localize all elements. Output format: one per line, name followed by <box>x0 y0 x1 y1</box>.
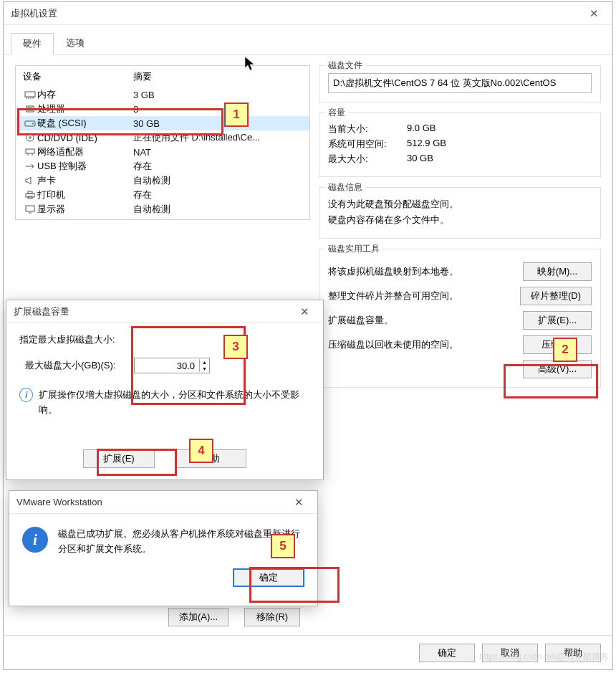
tabs: 硬件 选项 <box>4 25 612 55</box>
defrag-button[interactable]: 碎片整理(D) <box>520 287 592 305</box>
disk-info-line: 硬盘内容存储在多个文件中。 <box>328 214 592 226</box>
sound-icon <box>23 176 37 186</box>
hw-name: 内存 <box>37 88 133 101</box>
group-disk-info: 磁盘信息 没有为此硬盘预分配磁盘空间。 硬盘内容存储在多个文件中。 <box>319 187 601 239</box>
usb-icon <box>23 161 37 171</box>
hardware-row-net[interactable]: 网络适配器NAT <box>16 145 309 159</box>
col-device: 设备 <box>23 70 133 83</box>
hardware-row-display[interactable]: 显示器自动检测 <box>16 202 309 216</box>
titlebar: 虚拟机设置 ✕ <box>4 2 612 25</box>
hw-name: 网络适配器 <box>37 145 133 158</box>
group-title: 磁盘实用工具 <box>325 243 382 255</box>
add-button[interactable]: 添加(A)... <box>168 608 228 626</box>
hw-name: USB 控制器 <box>37 160 133 173</box>
svg-rect-0 <box>25 92 35 97</box>
callout-2: 2 <box>553 338 577 362</box>
group-title: 容量 <box>325 107 348 119</box>
dialog-title: 扩展磁盘容量 <box>14 305 293 318</box>
titlebar: 扩展磁盘容量 ✕ <box>6 300 323 323</box>
disk-file-field[interactable]: D:\虚拟机文件\CentOS 7 64 位 英文版No.002\CentOS <box>328 73 592 93</box>
memory-icon <box>23 90 37 100</box>
display-icon <box>23 204 37 214</box>
network-icon <box>23 147 37 157</box>
disk-info-line: 没有为此硬盘预分配磁盘空间。 <box>328 198 592 211</box>
hardware-row-usb[interactable]: USB 控制器存在 <box>16 159 309 173</box>
free-space-label: 系统可用空间: <box>328 138 407 151</box>
hw-name: 声卡 <box>37 174 133 187</box>
message-text: 磁盘已成功扩展。您必须从客户机操作系统对磁盘重新进行分区和扩展文件系统。 <box>58 527 304 557</box>
defrag-desc: 整理文件碎片并整合可用空间。 <box>328 290 520 302</box>
svg-rect-15 <box>28 191 32 194</box>
dialog-buttons: 确定 取消 帮助 <box>4 635 612 669</box>
hardware-row-sound[interactable]: 声卡自动检测 <box>16 173 309 188</box>
svg-rect-17 <box>26 206 34 211</box>
tab-options[interactable]: 选项 <box>54 32 97 54</box>
hardware-row-memory[interactable]: 内存3 GB <box>16 87 309 102</box>
current-size-value: 9.0 GB <box>407 123 435 135</box>
remove-button[interactable]: 移除(R) <box>244 608 300 626</box>
map-desc: 将该虚拟机磁盘映射到本地卷。 <box>328 265 523 278</box>
hw-name: 打印机 <box>37 188 133 201</box>
hw-summary: 存在 <box>133 160 302 173</box>
expand-button[interactable]: 扩展(E)... <box>523 311 592 330</box>
close-icon[interactable]: ✕ <box>287 496 310 509</box>
hw-summary: 自动检测 <box>133 203 302 216</box>
hw-summary: 自动检测 <box>133 174 302 187</box>
callout-1: 1 <box>224 102 249 127</box>
compact-desc: 压缩磁盘以回收未使用的空间。 <box>328 338 523 351</box>
current-size-label: 当前大小: <box>328 123 407 135</box>
map-button[interactable]: 映射(M)... <box>523 262 592 281</box>
max-size-label: 最大磁盘大小(GB)(S): <box>19 359 134 372</box>
max-size-value: 30 GB <box>407 153 433 166</box>
group-disk-file: 磁盘文件 D:\虚拟机文件\CentOS 7 64 位 英文版No.002\Ce… <box>319 65 601 102</box>
expand-desc: 扩展磁盘容量。 <box>328 314 523 327</box>
svg-point-10 <box>29 137 32 139</box>
tab-hardware[interactable]: 硬件 <box>11 33 54 55</box>
callout-box-4 <box>97 449 177 476</box>
group-title: 磁盘信息 <box>325 181 365 194</box>
add-remove-row: 添加(A)... 移除(R) <box>168 608 300 626</box>
group-capacity: 容量 当前大小:9.0 GB 系统可用空间:512.9 GB 最大大小:30 G… <box>319 113 601 177</box>
dialog-title: VMware Workstation <box>16 497 287 507</box>
printer-icon <box>23 190 37 200</box>
callout-5: 5 <box>271 534 295 558</box>
titlebar: VMware Workstation ✕ <box>9 491 317 514</box>
hardware-row-printer[interactable]: 打印机存在 <box>16 188 309 202</box>
callout-4: 4 <box>189 439 213 463</box>
svg-rect-11 <box>26 149 34 153</box>
close-icon[interactable]: ✕ <box>293 305 316 318</box>
info-icon: i <box>19 388 33 402</box>
hw-name: 显示器 <box>37 203 133 216</box>
callout-box-5 <box>249 567 340 603</box>
max-size-label: 最大大小: <box>328 153 407 166</box>
callout-box-2 <box>504 364 598 398</box>
ok-button[interactable]: 确定 <box>419 644 475 662</box>
cursor-icon <box>244 56 256 72</box>
hardware-list: 设备 摘要 内存3 GB 处理器3 硬盘 (SCSI)30 GB CD/DVD … <box>15 65 310 220</box>
hw-summary: NAT <box>133 147 302 158</box>
close-icon[interactable]: ✕ <box>582 7 605 20</box>
col-summary: 摘要 <box>133 70 302 83</box>
hardware-list-header: 设备 摘要 <box>16 70 309 87</box>
cancel-button[interactable]: 取消 <box>482 644 538 662</box>
hw-summary: 3 GB <box>133 90 302 100</box>
hw-summary: 存在 <box>133 188 302 201</box>
free-space-value: 512.9 GB <box>407 138 446 151</box>
callout-box-1 <box>17 108 223 135</box>
window-title: 虚拟机设置 <box>11 7 582 20</box>
group-title: 磁盘文件 <box>325 59 365 72</box>
callout-3: 3 <box>223 335 248 359</box>
info-icon: i <box>22 527 48 553</box>
help-button[interactable]: 帮助 <box>545 644 601 662</box>
